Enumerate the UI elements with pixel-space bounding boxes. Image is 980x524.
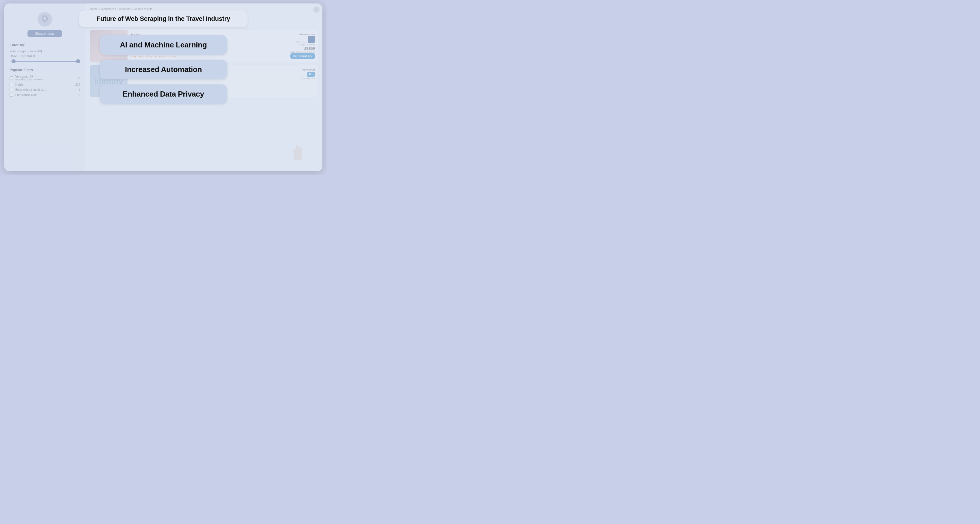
pill-privacy-label: Enhanced Data Privacy <box>123 90 204 98</box>
title-box: Future of Web Scraping in the Travel Ind… <box>79 10 248 27</box>
pill-automation-label: Increased Automation <box>125 65 202 74</box>
page-title: Future of Web Scraping in the Travel Ind… <box>97 15 230 22</box>
foreground-content: Future of Web Scraping in the Travel Ind… <box>4 3 323 171</box>
pill-ai-ml: AI and Machine Learning <box>100 35 227 55</box>
pill-privacy: Enhanced Data Privacy <box>100 84 227 104</box>
main-container: Show on map Filter by: Your budget (per … <box>4 3 323 171</box>
pill-automation: Increased Automation <box>100 60 227 79</box>
pill-ai-ml-label: AI and Machine Learning <box>120 40 207 49</box>
